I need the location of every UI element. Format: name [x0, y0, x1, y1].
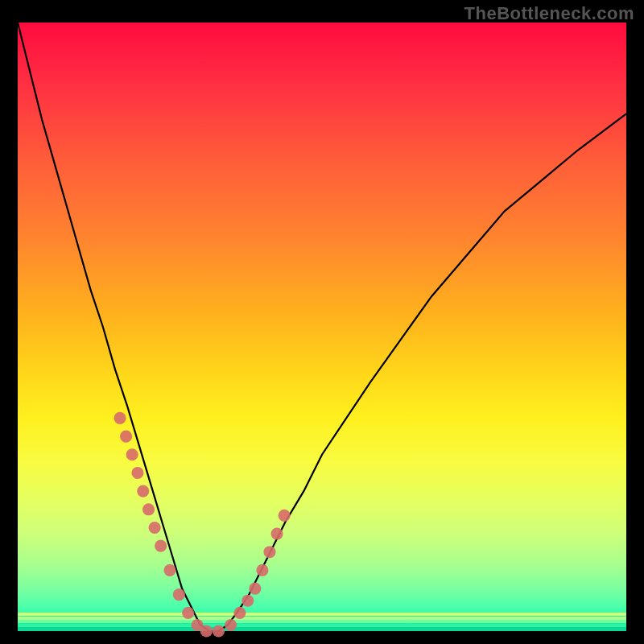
curve-marker	[149, 522, 161, 534]
curve-marker	[173, 588, 185, 601]
chart-frame: TheBottleneck.com	[0, 0, 644, 644]
curve-marker	[120, 431, 132, 443]
curve-marker	[200, 625, 213, 637]
curve-marker	[225, 619, 237, 631]
curve-markers-group	[114, 412, 290, 638]
curve-marker	[182, 607, 194, 619]
curve-marker	[279, 510, 291, 522]
curve-marker	[263, 546, 275, 558]
curve-marker	[256, 564, 268, 576]
watermark-text: TheBottleneck.com	[464, 3, 634, 24]
curve-marker	[163, 564, 175, 576]
curve-marker	[233, 607, 246, 619]
plot-outer	[18, 23, 626, 631]
curve-marker	[131, 467, 143, 479]
curve-marker	[137, 485, 149, 497]
curve-marker	[213, 625, 225, 637]
curve-marker	[142, 503, 155, 515]
curve-marker	[126, 448, 138, 460]
chart-svg	[18, 23, 626, 631]
curve-marker	[271, 527, 283, 539]
bottleneck-curve	[18, 23, 626, 631]
curve-marker	[249, 583, 261, 595]
curve-marker	[242, 595, 254, 607]
curve-marker	[155, 540, 167, 552]
curve-marker	[114, 412, 126, 424]
